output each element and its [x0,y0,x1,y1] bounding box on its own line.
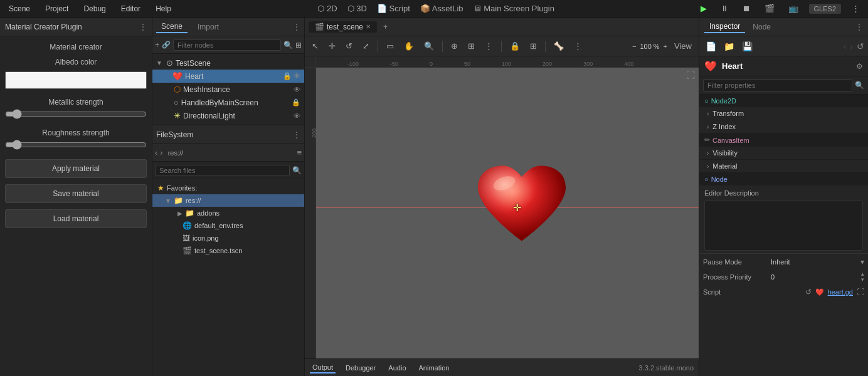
filesystem-search-input[interactable] [155,165,290,176]
heart-eye-badge[interactable]: 👁 [294,72,300,80]
vt-zoom-tool[interactable]: 🔍 [421,39,437,53]
vt-zoom-minus[interactable]: − [632,43,636,50]
fs-back-btn[interactable]: ‹ [155,148,157,157]
apply-material-button[interactable]: Apply material [5,159,147,178]
mode-2d-btn[interactable]: ⬡ 2D [314,3,340,14]
vb-audio-tab[interactable]: Audio [386,363,408,373]
viewport-tab-close-btn[interactable]: ✕ [366,23,371,30]
vt-anchor-btn[interactable]: ⊕ [448,39,461,53]
gles-badge[interactable]: GLES2 [809,4,841,14]
scene-tab[interactable]: Scene [156,21,188,33]
inspector-tab[interactable]: Inspector [704,21,745,33]
scene-tree-handled[interactable]: ○ HandledByMainScreen 🔒 [152,96,304,109]
process-priority-down-btn[interactable]: ▾ [861,277,864,283]
inspector-section-canvasitem[interactable]: ✏ CanvasItem [699,133,868,147]
handled-lock-badge[interactable]: 🔒 [292,98,300,107]
inspector-section-node[interactable]: ○ Node [699,173,868,185]
scene-filter-input[interactable] [173,39,281,51]
mesh-eye-badge[interactable]: 👁 [294,86,300,93]
scene-filter-search-icon[interactable]: 🔍 [283,41,293,50]
play-button[interactable]: ▶ [697,3,710,14]
heart-lock-badge[interactable]: 🔒 [283,72,292,80]
vb-animation-tab[interactable]: Animation [416,363,452,373]
mode-plugin-btn[interactable]: 🖥 Main Screen Plugin [470,3,558,14]
albedo-color-swatch[interactable] [5,71,147,89]
viewport-canvas[interactable]: -100 -50 0 50 100 200 300 400 100 200 30… [305,56,699,358]
insp-folder-btn[interactable]: 📁 [721,40,737,53]
script-filename[interactable]: heart.gd [828,288,853,296]
viewport-add-tab-btn[interactable]: + [379,21,391,33]
fs-forward-btn[interactable]: › [160,148,162,157]
inspector-property-material[interactable]: › Material [699,160,868,173]
inspector-filter-input[interactable] [703,79,852,91]
editor-description-box[interactable] [704,201,863,251]
filesystem-search-icon[interactable]: 🔍 [292,166,302,175]
fs-addons-item[interactable]: ▶ 📁 addons [152,207,304,219]
material-creator-menu-btn[interactable]: ⋮ [139,23,147,31]
import-tab[interactable]: Import [193,21,224,33]
insp-nav-back-btn[interactable]: ‹ [842,40,848,53]
filesystem-dots[interactable]: ⋮ [293,130,300,139]
metallic-strength-slider[interactable] [5,109,147,119]
fs-layout-btn[interactable]: ≡ [297,148,302,157]
menu-help[interactable]: Help [152,3,175,14]
load-material-button[interactable]: Load material [5,209,147,228]
menu-editor[interactable]: Editor [117,3,144,14]
inspector-property-visibility[interactable]: › Visibility [699,147,868,160]
fs-test-scene-item[interactable]: 🎬 test_scene.tscn [152,244,304,257]
vb-output-tab[interactable]: Output [310,362,336,373]
scene-add-btn[interactable]: + [155,41,159,50]
vt-more-btn[interactable]: ⋮ [482,39,496,53]
movie-button[interactable]: 🎬 [761,3,778,14]
vb-debugger-tab[interactable]: Debugger [343,363,378,373]
vt-more2-btn[interactable]: ⋮ [571,39,585,53]
fs-default-env-item[interactable]: 🌐 default_env.tres [152,219,304,232]
scene-link-btn[interactable]: 🔗 [162,41,171,49]
light-eye-badge[interactable]: 👁 [294,112,300,120]
scene-tree-root[interactable]: ▼ ⊙ TestScene [152,56,304,70]
insp-nav-forward-btn[interactable]: › [849,40,854,53]
vt-select-tool[interactable]: ↖ [309,39,322,53]
fs-icon-item[interactable]: 🖼 icon.png [152,232,304,244]
inspector-dots[interactable]: ⋮ [855,23,863,31]
scene-tree-heart[interactable]: ▶ ❤️ Heart 🔒 👁 [152,70,304,83]
inspector-section-node2d[interactable]: ○ Node2D [699,95,868,107]
insp-node-gear-btn[interactable]: ⚙ [856,62,863,71]
remote-button[interactable]: 📺 [785,3,802,14]
menu-scene[interactable]: Scene [5,3,34,14]
mode-3d-btn[interactable]: ⬡ 3D [344,3,370,14]
scene-tree-mesh[interactable]: ⬡ MeshInstance 👁 [152,83,304,96]
vt-rotate-tool[interactable]: ✛ [326,39,339,53]
inspector-property-zindex[interactable]: › Z Index [699,120,868,133]
vt-hand-tool[interactable]: ✋ [401,39,417,53]
inspector-filter-search-icon[interactable]: 🔍 [855,81,864,90]
mode-script-btn[interactable]: 📄 Script [374,3,413,14]
more-options-button[interactable]: ⋮ [849,3,863,14]
insp-nav-refresh-btn[interactable]: ↺ [857,41,864,51]
stop-button[interactable]: ⏹ [739,3,754,14]
pause-mode-dropdown-icon[interactable]: ▾ [860,258,864,266]
vt-bone-btn[interactable]: 🦴 [551,39,567,53]
menu-project[interactable]: Project [41,3,72,14]
vt-zoom-plus[interactable]: + [664,43,667,50]
scene-tree-light[interactable]: ✳ DirectionalLight 👁 [152,109,304,122]
viewport-tab-test-scene[interactable]: 🎬 test_scene ✕ [309,21,377,33]
vt-group-btn[interactable]: ⊞ [527,39,540,53]
vt-move-tool[interactable]: ↺ [342,39,356,53]
viewport-fullscreen-btn[interactable]: ⛶ [686,70,695,80]
roughness-strength-slider[interactable] [5,140,147,150]
vt-grid-btn[interactable]: ⊞ [465,39,478,53]
save-material-button[interactable]: Save material [5,184,147,203]
mode-assetlib-btn[interactable]: 📦 AssetLib [417,3,467,14]
insp-save-btn[interactable]: 💾 [739,40,755,53]
vt-rect-tool[interactable]: ▭ [383,39,397,53]
insp-history-btn[interactable]: 📄 [703,40,719,53]
menu-debug[interactable]: Debug [80,3,109,14]
script-expand-btn[interactable]: ⛶ [857,288,864,296]
scene-grid-btn[interactable]: ⊞ [295,41,302,50]
vt-scale-tool[interactable]: ⤢ [359,39,373,53]
scene-panel-dots[interactable]: ⋮ [293,23,300,31]
script-reload-btn[interactable]: ↺ [805,288,812,296]
inspector-property-transform[interactable]: › Transform [699,107,868,120]
fs-res-item[interactable]: ▼ 📁 res:// [152,194,304,207]
